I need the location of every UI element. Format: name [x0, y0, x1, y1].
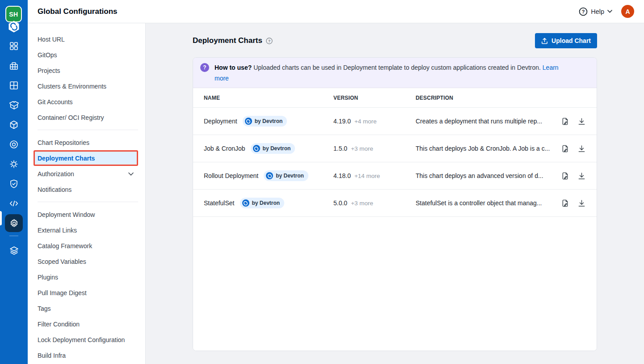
chart-version: 5.0.0 — [333, 199, 347, 207]
sidebar-item-lock-deployment-configuration[interactable]: Lock Deployment Configuration — [28, 332, 145, 347]
help-icon: ? — [579, 7, 588, 16]
by-devtron-badge: by Devtron — [240, 198, 285, 208]
sidebar-item-plugins[interactable]: Plugins — [28, 269, 145, 285]
chart-description: StatefulSet is a controller object that … — [416, 199, 550, 207]
upload-chart-label: Upload Chart — [551, 37, 591, 44]
svg-text:?: ? — [268, 38, 270, 43]
download-icon[interactable] — [577, 199, 586, 207]
more-versions: +3 more — [351, 145, 373, 152]
edit-values-icon[interactable] — [561, 144, 569, 153]
avatar[interactable]: A — [621, 5, 634, 18]
sidebar: Host URLGitOpsProjectsClusters & Environ… — [28, 23, 146, 364]
rail-nav — [5, 37, 23, 261]
sidebar-item-chart-repositories[interactable]: Chart Repositories — [28, 135, 145, 150]
chart-name: Job & CronJob — [204, 145, 245, 152]
sidebar-item-label: Catalog Framework — [38, 242, 92, 250]
charts-card: ? How to use? Uploaded charts can be use… — [193, 57, 597, 351]
badge-label: by Devtron — [255, 118, 283, 124]
sidebar-item-label: Container/ OCI Registry — [38, 114, 104, 121]
main-content: Deployment Charts ? Upload Chart — [146, 23, 644, 364]
sidebar-divider — [38, 202, 138, 202]
devtron-badge-icon — [266, 172, 273, 179]
chart-description: This chart deploys an advanced version o… — [416, 172, 550, 179]
sidebar-item-filter-condition[interactable]: Filter Condition — [28, 316, 145, 332]
sidebar-item-label: Scoped Variables — [38, 258, 86, 265]
chart-table-body: Deployment by Devtron 4.19.0 +4 more Cre… — [193, 108, 597, 217]
by-devtron-badge: by Devtron — [251, 143, 295, 154]
global-configurations-icon[interactable] — [5, 214, 23, 232]
sidebar-item-build-infra[interactable]: Build Infra — [28, 347, 145, 363]
chart-version: 4.18.0 — [333, 172, 351, 179]
sidebar-item-gitops[interactable]: GitOps — [28, 47, 145, 63]
col-name: NAME — [204, 95, 333, 101]
more-versions: +3 more — [351, 200, 373, 207]
sidebar-item-authorization[interactable]: Authorization — [28, 166, 145, 182]
icon-rail: SH — [0, 0, 28, 364]
more-versions: +14 more — [354, 173, 380, 179]
code-icon[interactable] — [5, 195, 23, 212]
help-menu[interactable]: ? Help — [579, 7, 612, 16]
sidebar-item-label: Deployment Charts — [38, 155, 95, 162]
table-row: Deployment by Devtron 4.19.0 +4 more Cre… — [193, 108, 597, 135]
resource-browser-icon[interactable] — [5, 116, 23, 134]
chart-store-icon[interactable] — [5, 96, 23, 114]
upload-icon — [541, 38, 548, 44]
badge-label: by Devtron — [276, 173, 304, 179]
sidebar-divider — [38, 130, 138, 130]
sidebar-item-projects[interactable]: Projects — [28, 63, 145, 78]
top-header: Global Configurations ? Help A — [28, 0, 644, 23]
chart-version: 1.5.0 — [333, 145, 347, 152]
sidebar-item-label: External Links — [38, 227, 77, 234]
sidebar-item-label: Tags — [38, 305, 51, 312]
bullseye-icon[interactable] — [5, 135, 23, 153]
org-logo[interactable]: SH — [5, 6, 23, 35]
more-versions: +4 more — [354, 118, 377, 125]
edit-values-icon[interactable] — [561, 199, 569, 207]
app-window: SH — [0, 0, 644, 364]
sidebar-item-notifications[interactable]: Notifications — [28, 182, 145, 197]
sidebar-item-catalog-framework[interactable]: Catalog Framework — [28, 238, 145, 254]
applications-icon[interactable] — [5, 37, 23, 55]
chart-name: Rollout Deployment — [204, 172, 258, 179]
sidebar-item-git-accounts[interactable]: Git Accounts — [28, 94, 145, 110]
download-icon[interactable] — [577, 117, 586, 126]
sidebar-item-clusters-environments[interactable]: Clusters & Environments — [28, 78, 145, 94]
sidebar-item-host-url[interactable]: Host URL — [28, 31, 145, 47]
by-devtron-badge: by Devtron — [264, 170, 308, 181]
badge-label: by Devtron — [263, 145, 291, 152]
section-title: Deployment Charts — [193, 36, 262, 45]
edit-values-icon[interactable] — [561, 117, 569, 126]
table-row: Rollout Deployment by Devtron 4.18.0 +14… — [193, 162, 597, 190]
chart-description: This chart deploys Job & CronJob. A Job … — [416, 145, 550, 152]
edit-values-icon[interactable] — [561, 172, 569, 180]
sidebar-item-label: Build Infra — [38, 352, 66, 359]
page-title: Global Configurations — [38, 7, 118, 16]
sidebar-item-label: GitOps — [38, 51, 57, 59]
sidebar-item-deployment-charts[interactable]: Deployment Charts — [34, 150, 138, 166]
application-groups-icon[interactable] — [5, 76, 23, 94]
sidebar-item-scoped-variables[interactable]: Scoped Variables — [28, 254, 145, 269]
sidebar-item-external-links[interactable]: External Links — [28, 222, 145, 238]
cluster-icon[interactable] — [5, 155, 23, 173]
sidebar-item-container-oci-registry[interactable]: Container/ OCI Registry — [28, 110, 145, 125]
sidebar-item-pull-image-digest[interactable]: Pull Image Digest — [28, 285, 145, 301]
table-header: NAME VERSION DESCRIPTION — [193, 88, 597, 108]
section-title-wrap: Deployment Charts ? — [193, 36, 273, 45]
security-shield-icon[interactable] — [5, 175, 23, 193]
section-help-icon[interactable]: ? — [266, 38, 273, 44]
jobs-icon[interactable] — [5, 57, 23, 75]
banner-text: Uploaded charts can be used in Deploymen… — [253, 64, 541, 71]
devtron-badge-icon — [253, 145, 260, 152]
sidebar-item-label: Notifications — [38, 186, 72, 193]
sidebar-item-label: Clusters & Environments — [38, 83, 106, 90]
stack-icon[interactable] — [5, 241, 23, 259]
download-icon[interactable] — [577, 144, 586, 153]
sidebar-item-deployment-window[interactable]: Deployment Window — [28, 207, 145, 222]
upload-chart-button[interactable]: Upload Chart — [535, 33, 597, 48]
sidebar-item-tags[interactable]: Tags — [28, 301, 145, 316]
download-icon[interactable] — [577, 172, 586, 180]
sidebar-item-label: Projects — [38, 67, 60, 74]
rail-edge-indicator — [0, 211, 2, 225]
chart-name: Deployment — [204, 118, 237, 125]
sidebar-item-label: Git Accounts — [38, 98, 73, 106]
